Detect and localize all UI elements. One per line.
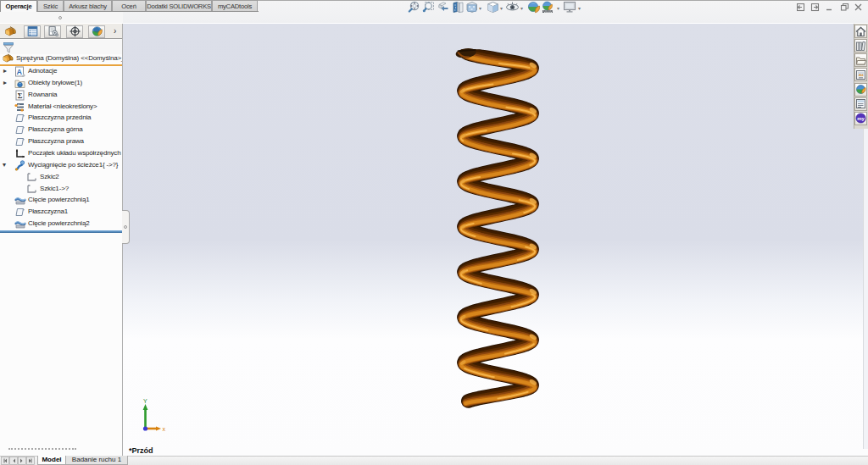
svg-text:A: A — [17, 68, 23, 76]
svg-text:Y: Y — [143, 398, 147, 404]
svg-text:my: my — [857, 116, 865, 121]
svg-text:Σ: Σ — [18, 91, 23, 99]
svg-text:x: x — [162, 426, 165, 432]
